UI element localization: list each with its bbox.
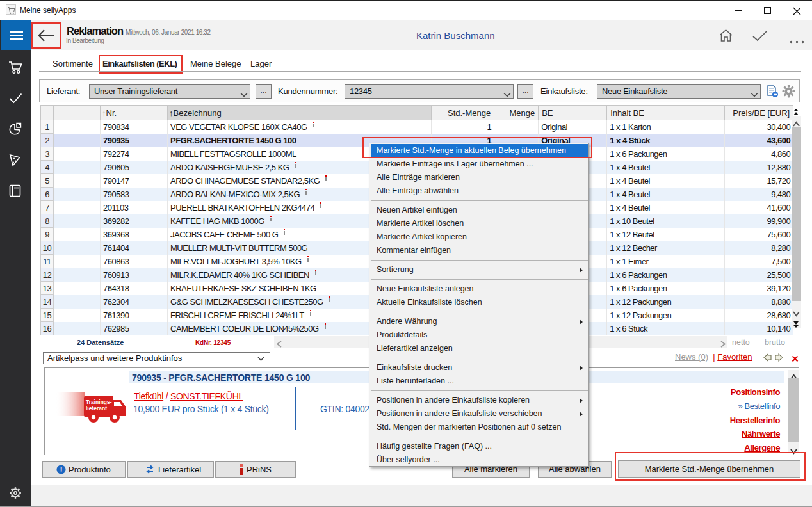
svg-text:!: !	[60, 466, 63, 474]
svg-text:lieferant: lieferant	[86, 405, 107, 412]
svg-text:Trainings-: Trainings-	[86, 399, 112, 405]
